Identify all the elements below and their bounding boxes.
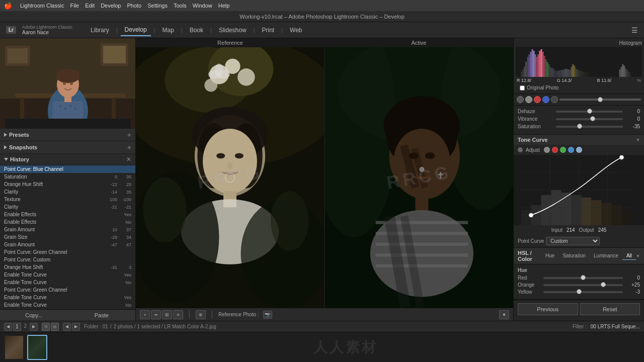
zoom-button[interactable]: ⊕ [196,310,206,319]
previous-button[interactable]: Previous [518,303,578,315]
page-num-1[interactable]: 1 [13,323,21,331]
original-photo-checkbox[interactable] [520,85,525,90]
paste-button[interactable]: Paste [68,310,136,321]
next-page-button[interactable]: ▶ [30,323,38,331]
menu-tools[interactable]: Tools [174,3,187,9]
nav-library[interactable]: Library [87,25,113,36]
active-label: Active [325,38,513,47]
hsl-red-thumb[interactable] [581,275,586,280]
history-item-grain-amount-2[interactable]: Grain Amount -47 47 [0,241,135,248]
more-options-button[interactable]: ▼ [499,310,509,319]
history-item-point-curve-blue[interactable]: Point Curve: Blue Channel [0,165,135,173]
tone-curve-header[interactable]: Tone Curve ▼ [514,135,644,145]
history-item-clarity-2[interactable]: Clarity -21 -21 [0,203,135,211]
menu-photo[interactable]: Photo [127,3,141,9]
hsl-orange-thumb[interactable] [601,282,606,287]
saturation-thumb[interactable] [577,124,582,129]
hsl-red-slider[interactable] [543,277,623,279]
history-item-enable-tone-3[interactable]: Enable Tone Curve Yes [0,294,135,301]
hsl-orange-slider[interactable] [543,284,623,286]
dehaze-thumb[interactable] [587,109,592,114]
page-num-2[interactable]: 2 [22,323,29,331]
curve-channel-highlight[interactable] [576,147,582,153]
filmstrip-view-button[interactable]: ≡ [173,310,183,319]
snapshots-add-button[interactable]: + [127,143,131,151]
radial-filter-tool[interactable] [551,96,558,103]
nav-develop[interactable]: Develop [121,24,151,36]
menu-edit[interactable]: Edit [85,3,95,9]
history-item-texture[interactable]: Texture 100 -100 [0,196,135,203]
curve-channel-green[interactable] [560,147,566,153]
history-item-grain-size[interactable]: Grain Size -29 34 [0,233,135,241]
graduated-filter-tool[interactable] [542,96,549,103]
presets-section-header[interactable]: Presets + [0,129,135,141]
survey-view-button[interactable]: ⊞ [162,310,172,319]
redeye-tool[interactable] [534,96,541,103]
filmstrip-thumb-2[interactable] [27,335,47,360]
hsl-tab-all[interactable]: All [622,252,636,260]
tone-slider[interactable] [559,99,641,101]
grid-view-button[interactable]: ⊞ [42,323,50,331]
curve-adjust-icon[interactable] [518,147,523,152]
spot-tool[interactable] [525,96,532,103]
nav-map[interactable]: Map [158,25,178,36]
history-item-enable-tone-4[interactable]: Enable Tone Curve No [0,301,135,309]
history-item-enable-effects-1[interactable]: Enable Effects Yes [0,211,135,218]
presets-add-button[interactable]: + [127,131,131,139]
snapshots-section-header[interactable]: Snapshots + [0,141,135,154]
compare-view-button[interactable]: ▪▪ [151,310,161,319]
point-curve-select[interactable]: Custom Linear Medium Contrast Strong Con… [546,237,600,245]
nav-book[interactable]: Book [186,25,207,36]
menu-window[interactable]: Window [193,3,212,9]
prev-page-button[interactable]: ◀ [4,323,12,331]
vibrance-slider[interactable] [556,118,623,120]
hsl-tab-luminance[interactable]: Luminance [590,252,622,260]
hsl-yellow-slider[interactable] [543,291,623,293]
history-item-saturation[interactable]: Saturation 0 35 [0,173,135,180]
menu-settings[interactable]: Settings [147,3,168,9]
menu-lightroom[interactable]: Lightroom Classic [20,3,64,9]
curve-canvas[interactable] [514,155,644,225]
crop-tool[interactable] [517,96,524,103]
curve-channel-blue[interactable] [568,147,574,153]
history-item-clarity-1[interactable]: Clarity -14 35 [0,188,135,196]
reset-button[interactable]: Reset [580,303,640,315]
menu-file[interactable]: File [70,3,79,9]
panel-toggle-icon[interactable]: ☰ [631,26,638,34]
curve-channel-red[interactable] [552,147,558,153]
history-section-header[interactable]: History ✕ [0,154,135,165]
history-item-grain-amount-1[interactable]: Grain Amount 10 37 [0,226,135,233]
hsl-section-header[interactable]: HSL / Color Hue Saturation Luminance All… [514,248,644,264]
history-item-enable-tone-1[interactable]: Enable Tone Curve Yes [0,271,135,279]
vibrance-thumb[interactable] [590,116,595,121]
history-item-orange-hue[interactable]: Orange Hue Shift -22 25 [0,180,135,188]
nav-slideshow[interactable]: Slideshow [215,25,251,36]
tone-slider-thumb[interactable] [598,97,603,102]
filmstrip-thumb-1[interactable] [4,335,24,360]
single-view-button[interactable]: ▪ [140,310,150,319]
reference-photo-icon[interactable]: 📷 [263,311,272,319]
back-button[interactable]: ◀ [63,323,71,331]
saturation-slider[interactable] [556,126,623,128]
curve-channel-auto[interactable] [544,147,550,153]
history-item-point-curve-green-2[interactable]: Point Curve: Green Channel [0,286,135,294]
nav-print[interactable]: Print [258,25,278,36]
apple-menu[interactable]: 🍎 [4,2,12,10]
menu-help[interactable]: Help [218,3,230,9]
dehaze-slider[interactable] [556,111,623,113]
history-close-button[interactable]: ✕ [126,156,131,163]
hsl-tab-saturation[interactable]: Saturation [558,252,590,260]
hsl-yellow-thumb[interactable] [577,289,582,294]
forward-button[interactable]: ▶ [72,323,80,331]
loupe-view-button[interactable]: ▤ [51,323,59,331]
nav-web[interactable]: Web [286,25,306,36]
history-item-orange-hue-2[interactable]: Orange Hue Shift -31 3 [0,263,135,271]
history-item-point-curve-green-1[interactable]: Point Curve: Green Channel [0,248,135,256]
menu-develop[interactable]: Develop [101,3,121,9]
history-item-enable-tone-2[interactable]: Enable Tone Curve No [0,279,135,286]
history-item-enable-effects-2[interactable]: Enable Effects No [0,218,135,226]
hsl-tab-hue[interactable]: Hue [541,252,558,260]
history-item-point-curve-custom[interactable]: Point Curve: Custom [0,256,135,263]
copy-button[interactable]: Copy... [0,310,68,321]
saturation-label: Saturation [518,124,553,129]
